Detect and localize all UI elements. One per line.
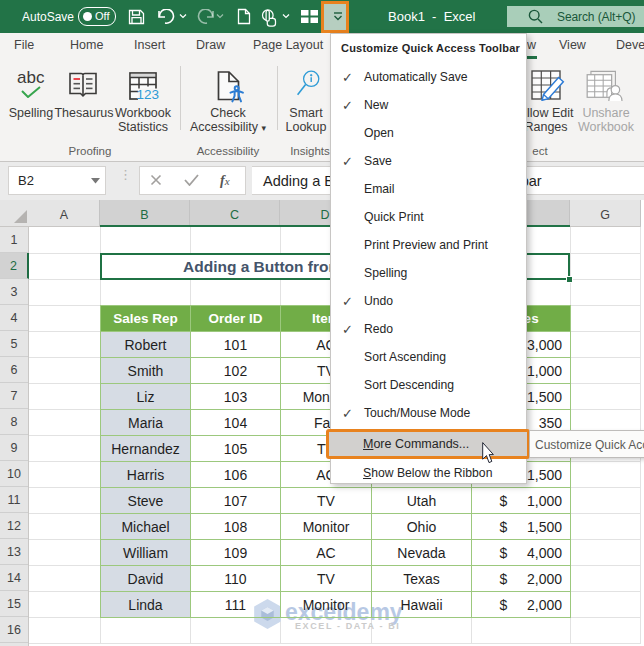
svg-text:123: 123 (137, 87, 160, 100)
